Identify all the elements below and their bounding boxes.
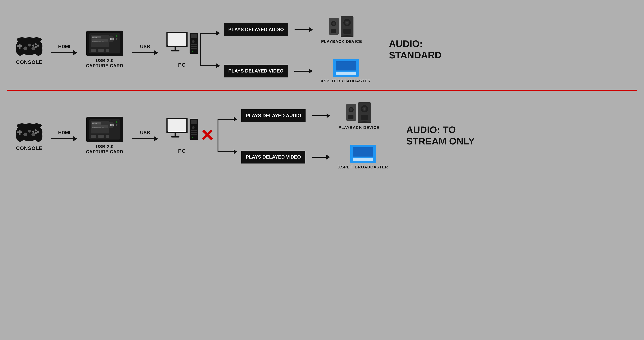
bottom-video-branch: PLAYS DELAYED VIDEO XSPLIT BROADCASTER — [241, 145, 388, 170]
svg-point-68 — [116, 121, 118, 123]
svg-rect-80 — [191, 120, 197, 124]
svg-point-56 — [32, 131, 34, 133]
svg-point-59 — [32, 123, 42, 128]
top-branches: PLAYS DELAYED AUDIO — [224, 15, 371, 84]
svg-rect-34 — [191, 44, 197, 45]
top-usb-arrow: USB — [132, 44, 158, 55]
svg-rect-35 — [191, 46, 197, 47]
section-divider — [7, 90, 637, 91]
svg-point-45 — [346, 22, 348, 24]
svg-point-88 — [350, 108, 352, 111]
svg-text:elgato: elgato — [92, 123, 97, 124]
top-pc-label: PC — [178, 62, 186, 68]
top-hdmi-arrow: HDMI — [51, 44, 77, 55]
bottom-speakers-icon — [344, 101, 374, 123]
svg-rect-78 — [171, 136, 179, 138]
bottom-console-node: CONSOLE — [15, 120, 44, 151]
svg-rect-77 — [174, 133, 176, 137]
svg-point-5 — [34, 43, 37, 45]
svg-rect-32 — [191, 34, 197, 38]
svg-rect-76 — [168, 119, 186, 132]
top-playback-label: PLAYBACK DEVICE — [321, 39, 362, 44]
svg-rect-89 — [348, 115, 354, 119]
bottom-xsplit-node: XSPLIT BROADCASTER — [338, 145, 388, 170]
bottom-usb-label: USB — [140, 130, 150, 136]
svg-point-11 — [32, 37, 42, 42]
top-console-label: CONSOLE — [16, 59, 42, 65]
top-xsplit-label: XSPLIT BROADCASTER — [321, 79, 371, 84]
bottom-flow: CONSOLE HDMI HD — [0, 97, 644, 174]
svg-point-40 — [332, 22, 335, 25]
svg-rect-72 — [106, 135, 109, 138]
svg-text:game capture HD: game capture HD — [92, 40, 104, 42]
svg-rect-22 — [91, 49, 96, 52]
bottom-capture-node: HD elgato game capture HD USB 2.0 CAPTUR… — [84, 117, 125, 154]
svg-point-6 — [37, 45, 39, 47]
bottom-console-label: CONSOLE — [16, 145, 42, 151]
bottom-audio-box: PLAYS DELAYED AUDIO — [241, 109, 306, 122]
top-section-title: AUDIO: STANDARD — [389, 38, 444, 61]
bottom-playback-label: PLAYBACK DEVICE — [338, 125, 379, 130]
svg-rect-36 — [191, 48, 197, 49]
svg-text:elgato: elgato — [92, 37, 97, 38]
top-pc-node: PC — [166, 31, 198, 68]
bottom-section-title: AUDIO: TO STREAM ONLY — [406, 124, 475, 147]
console-icon — [15, 34, 44, 58]
top-diagram: CONSOLE HDMI — [0, 11, 644, 88]
bottom-video-box: PLAYS DELAYED VIDEO — [241, 151, 305, 164]
svg-text:HD: HD — [110, 38, 114, 41]
top-capture-label: USB 2.0 CAPTURE CARD — [84, 58, 125, 68]
svg-rect-30 — [171, 50, 179, 52]
top-audio-arrow — [294, 27, 313, 32]
bottom-pc-label: PC — [178, 148, 186, 154]
top-xsplit-icon — [333, 59, 358, 77]
bottom-capture-card-icon: HD elgato game capture HD — [86, 117, 123, 142]
top-playback-node: PLAYBACK DEVICE — [321, 15, 362, 44]
svg-point-21 — [116, 38, 118, 40]
svg-point-85 — [192, 137, 193, 138]
svg-point-61 — [32, 133, 35, 136]
bottom-video-arrow — [312, 155, 330, 159]
svg-rect-29 — [174, 47, 176, 51]
svg-point-54 — [37, 131, 39, 133]
bottom-diagram: CONSOLE HDMI HD — [0, 97, 644, 174]
bottom-console-icon — [15, 120, 44, 144]
svg-point-10 — [17, 37, 27, 42]
svg-rect-82 — [191, 130, 197, 131]
svg-text:HD: HD — [110, 124, 114, 127]
svg-rect-41 — [330, 29, 336, 33]
red-x-icon: ✕ — [200, 127, 214, 144]
svg-rect-28 — [168, 33, 186, 46]
svg-point-20 — [116, 35, 118, 37]
pc-icon-bottom — [166, 117, 198, 146]
svg-point-57 — [28, 130, 31, 133]
svg-rect-23 — [98, 49, 104, 52]
top-capture-card-icon: HD elgato game capture HD — [86, 31, 123, 56]
bottom-playback-node: PLAYBACK DEVICE — [338, 101, 379, 130]
bottom-audio-arrow — [312, 113, 330, 118]
svg-rect-84 — [191, 134, 197, 135]
svg-rect-83 — [191, 132, 197, 133]
bottom-hdmi-arrow: HDMI — [51, 130, 77, 141]
svg-point-81 — [192, 126, 194, 129]
top-video-branch: PLAYS DELAYED VIDEO XSPLIT BROADCASTER — [224, 59, 371, 84]
top-hdmi-label: HDMI — [58, 44, 70, 50]
bottom-capture-label: USB 2.0 CAPTURE CARD — [84, 144, 125, 154]
svg-point-69 — [116, 124, 118, 126]
svg-point-9 — [28, 44, 31, 47]
top-audio-box: PLAYS DELAYED AUDIO — [224, 23, 288, 36]
svg-point-93 — [364, 108, 365, 110]
svg-point-12 — [24, 47, 27, 50]
bottom-branches: PLAYS DELAYED AUDIO — [241, 101, 388, 170]
top-video-arrow — [294, 69, 313, 73]
bottom-xsplit-label: XSPLIT BROADCASTER — [338, 165, 388, 170]
top-video-box: PLAYS DELAYED VIDEO — [224, 65, 288, 78]
svg-rect-24 — [106, 49, 109, 52]
svg-point-60 — [24, 133, 27, 136]
svg-rect-94 — [361, 115, 368, 120]
bottom-fork-lines — [218, 110, 234, 161]
pc-icon-top — [166, 31, 198, 60]
top-usb-label: USB — [140, 44, 150, 50]
svg-point-8 — [32, 45, 34, 47]
top-audio-branch: PLAYS DELAYED AUDIO — [224, 15, 371, 44]
